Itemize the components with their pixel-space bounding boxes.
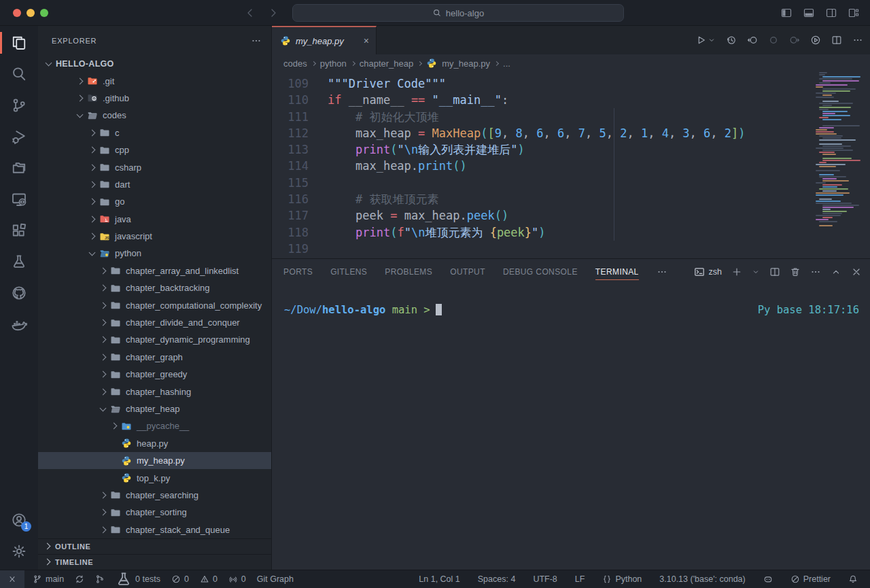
- status-prettier[interactable]: Prettier: [788, 570, 833, 588]
- activity-source-control-icon[interactable]: [0, 90, 38, 121]
- panel-tab-problems[interactable]: PROBLEMS: [385, 259, 432, 285]
- tree-item-chapter-sorting[interactable]: chapter_sorting: [38, 504, 271, 521]
- tree-item-python[interactable]: python: [38, 245, 271, 262]
- status-main[interactable]: main: [30, 570, 67, 588]
- code-line-117[interactable]: 117 peek = max_heap.peek(): [272, 207, 870, 224]
- code-line-119[interactable]: 119: [272, 241, 870, 257]
- status-commit-graph-icon[interactable]: [92, 570, 107, 588]
- history-icon[interactable]: [726, 35, 737, 46]
- close-tab-icon[interactable]: ×: [364, 35, 369, 46]
- activity-folder-library-icon[interactable]: [0, 152, 38, 184]
- command-center-search[interactable]: hello-algo: [292, 4, 624, 22]
- minimap[interactable]: [816, 72, 865, 227]
- status-lf[interactable]: LF: [572, 570, 588, 588]
- tree-item-chapter-stack-and-queue[interactable]: chapter_stack_and_queue: [38, 521, 271, 538]
- terminal[interactable]: ~/Dow/hello-algo main > Py base 18:17:16: [272, 285, 870, 570]
- code-line-116[interactable]: 116 # 获取堆顶元素: [272, 191, 870, 207]
- tree-item-chapter-divide-and-conquer[interactable]: chapter_divide_and_conquer: [38, 314, 271, 331]
- code-line-110[interactable]: 110if __name__ == "__main__":: [272, 92, 870, 108]
- tree-item--github[interactable]: .github: [38, 90, 271, 107]
- panel-more-actions-icon[interactable]: [810, 266, 821, 277]
- status-3-10-13-base-conda-[interactable]: 3.10.13 ('base': conda): [657, 570, 748, 588]
- breadcrumb-codes[interactable]: codes: [283, 58, 307, 69]
- run-python-file-button[interactable]: [695, 35, 716, 46]
- prev-change-icon[interactable]: [747, 35, 758, 46]
- tab-my-heap[interactable]: my_heap.py ×: [272, 26, 377, 54]
- panel-tab-terminal[interactable]: TERMINAL: [595, 259, 639, 285]
- forward-arrow-icon[interactable]: [268, 7, 279, 18]
- tree-root-hello-algo[interactable]: HELLO-ALGO: [38, 55, 271, 72]
- status-remote-icon[interactable]: [0, 570, 24, 588]
- activity-remote-explorer-icon[interactable]: [0, 184, 38, 215]
- panel-tab-output[interactable]: OUTPUT: [450, 259, 485, 285]
- status-0[interactable]: 0: [226, 570, 249, 588]
- terminal-shell-chip[interactable]: zsh: [694, 266, 722, 277]
- activity-run-debug-icon[interactable]: [0, 121, 38, 152]
- tree-item-chapter-computational-complexity[interactable]: chapter_computational_complexity: [38, 296, 271, 313]
- panel-more-tabs-icon[interactable]: [657, 266, 667, 277]
- status-ln-1-col-1[interactable]: Ln 1, Col 1: [416, 570, 462, 588]
- tree-item-heap-py[interactable]: heap.py: [38, 435, 271, 452]
- toggle-secondary-sidebar-icon[interactable]: [826, 7, 837, 18]
- tree-item-chapter-greedy[interactable]: chapter_greedy: [38, 366, 271, 383]
- tree-item-javascript[interactable]: JSjavascript: [38, 228, 271, 245]
- tree-item-chapter-backtracking[interactable]: chapter_backtracking: [38, 279, 271, 296]
- code-line-113[interactable]: 113 print("\n输入列表并建堆后"): [272, 141, 870, 158]
- toggle-sidebar-icon[interactable]: [781, 7, 792, 18]
- activity-settings-gear-icon[interactable]: [0, 536, 38, 567]
- breadcrumb-chapter-heap[interactable]: chapter_heap: [360, 58, 414, 69]
- circle-icon[interactable]: [768, 35, 779, 46]
- tree-item-codes[interactable]: codes: [38, 107, 271, 124]
- terminal-dropdown-icon[interactable]: [752, 268, 760, 276]
- panel-tab-debug-console[interactable]: DEBUG CONSOLE: [503, 259, 578, 285]
- tree-item-top-k-py[interactable]: top_k.py: [38, 469, 271, 486]
- maximize-window-button[interactable]: [40, 9, 48, 17]
- breadcrumb-python[interactable]: python: [320, 58, 347, 69]
- tree-item-java[interactable]: java: [38, 211, 271, 228]
- tree-item-c[interactable]: c: [38, 124, 271, 141]
- more-actions-icon[interactable]: [852, 35, 863, 46]
- tree-item-go[interactable]: go: [38, 193, 271, 210]
- activity-github-icon[interactable]: [0, 277, 38, 309]
- status-copilot-icon[interactable]: [761, 570, 776, 588]
- activity-files-icon[interactable]: [0, 27, 38, 58]
- minimize-window-button[interactable]: [27, 9, 35, 17]
- back-arrow-icon[interactable]: [245, 7, 256, 18]
- code-editor[interactable]: 109"""Driver Code"""110if __name__ == "_…: [272, 72, 870, 258]
- code-line-111[interactable]: 111 # 初始化大顶堆: [272, 109, 870, 125]
- section-outline[interactable]: OUTLINE: [38, 538, 271, 554]
- tree-item--git[interactable]: .git: [38, 72, 271, 89]
- tree-item-chapter-dynamic-programming[interactable]: chapter_dynamic_programming: [38, 331, 271, 348]
- activity-search-icon[interactable]: [0, 58, 38, 90]
- status-git-graph[interactable]: Git Graph: [254, 570, 296, 588]
- tree-item-dart[interactable]: dart: [38, 176, 271, 193]
- explorer-more-actions-icon[interactable]: [251, 35, 262, 46]
- chevron-down-icon[interactable]: [708, 36, 716, 44]
- split-editor-icon[interactable]: [831, 35, 842, 46]
- status-0-tests[interactable]: 0 tests: [113, 570, 163, 588]
- tree-item-chapter-hashing[interactable]: chapter_hashing: [38, 383, 271, 400]
- status-sync-icon[interactable]: [72, 570, 87, 588]
- customize-layout-icon[interactable]: [848, 7, 859, 18]
- status-utf-8[interactable]: UTF-8: [530, 570, 559, 588]
- maximize-panel-icon[interactable]: [831, 266, 841, 277]
- breadcrumb-my-heap-py[interactable]: my_heap.py: [426, 58, 490, 69]
- status-spaces-4[interactable]: Spaces: 4: [475, 570, 519, 588]
- code-line-114[interactable]: 114 max_heap.print(): [272, 158, 870, 174]
- status-0[interactable]: 0: [169, 570, 192, 588]
- tree-item-my-heap-py[interactable]: my_heap.py: [38, 452, 271, 469]
- status-python[interactable]: Python: [599, 570, 644, 588]
- close-window-button[interactable]: [13, 9, 21, 17]
- close-panel-icon[interactable]: [851, 266, 862, 277]
- tree-item-chapter-array-and-linkedlist[interactable]: chapter_array_and_linkedlist: [38, 262, 271, 279]
- code-line-112[interactable]: 112 max_heap = MaxHeap([9, 8, 6, 6, 7, 5…: [272, 125, 870, 141]
- section-timeline[interactable]: TIMELINE: [38, 554, 271, 570]
- activity-account-icon[interactable]: 1: [0, 504, 38, 536]
- activity-docker-icon[interactable]: [0, 309, 38, 340]
- code-line-109[interactable]: 109"""Driver Code""": [272, 75, 870, 92]
- toggle-panel-icon[interactable]: [803, 7, 814, 18]
- kill-terminal-icon[interactable]: [790, 266, 801, 277]
- tree-item--pycache-[interactable]: __pycache__: [38, 417, 271, 434]
- code-line-118[interactable]: 118 print(f"\n堆顶元素为 {peek}"): [272, 224, 870, 241]
- status-bell-icon[interactable]: [846, 570, 860, 588]
